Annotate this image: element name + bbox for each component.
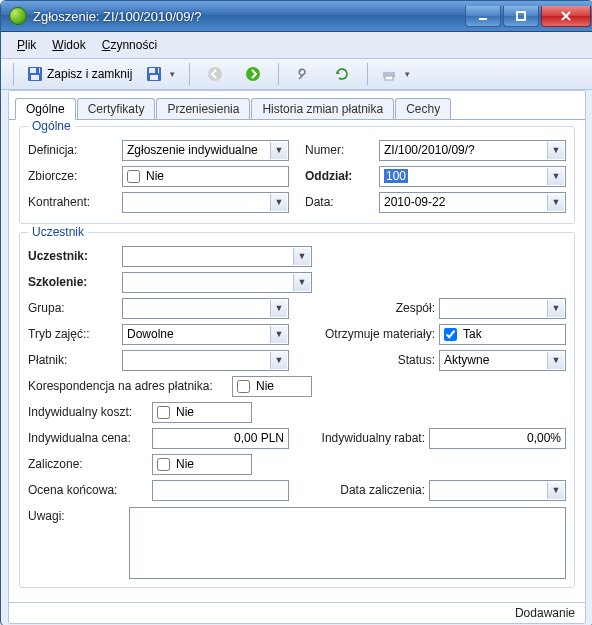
mode-label: Tryb zajęć:: <box>28 327 122 341</box>
participant-combo[interactable]: ▼ <box>122 246 312 267</box>
chevron-down-icon[interactable]: ▼ <box>270 142 287 159</box>
status-combo[interactable]: Aktywne ▼ <box>439 350 566 371</box>
corr-label: Korespondencja na adres płatnika: <box>28 379 232 393</box>
indcost-label: Indywidualny koszt: <box>28 405 152 419</box>
printer-icon <box>381 66 397 82</box>
chevron-down-icon[interactable]: ▼ <box>547 352 564 369</box>
chevron-down-icon[interactable]: ▼ <box>270 352 287 369</box>
branch-label: Oddział: <box>305 169 379 183</box>
payer-combo[interactable]: ▼ <box>122 350 289 371</box>
bulk-label: Zbiorcze: <box>28 169 122 183</box>
finalgrade-field[interactable] <box>152 480 289 501</box>
status-value: Aktywne <box>444 353 489 367</box>
contractor-label: Kontrahent: <box>28 195 122 209</box>
minimize-button[interactable] <box>465 6 501 27</box>
chevron-down-icon[interactable]: ▼ <box>547 168 564 185</box>
number-combo[interactable]: ZI/100/2010/09/? ▼ <box>379 140 566 161</box>
forward-button[interactable] <box>236 61 270 87</box>
svg-rect-0 <box>479 18 487 20</box>
remarks-textarea[interactable] <box>129 507 566 579</box>
indrebate-value: 0,00% <box>527 431 561 445</box>
team-combo[interactable]: ▼ <box>439 298 566 319</box>
contractor-combo[interactable]: ▼ <box>122 192 289 213</box>
close-button[interactable] <box>541 6 591 27</box>
refresh-button[interactable] <box>325 61 359 87</box>
toolbar: Zapisz i zamknij ▼ ▼ <box>1 59 592 90</box>
chevron-down-icon[interactable]: ▼ <box>270 300 287 317</box>
menu-file[interactable]: Plik <box>11 36 42 54</box>
credited-field[interactable]: Nie <box>152 454 252 475</box>
tab-transfers[interactable]: Przeniesienia <box>156 98 250 119</box>
tab-certificates[interactable]: Certyfikaty <box>77 98 156 119</box>
save-close-button[interactable]: Zapisz i zamknij <box>22 61 137 87</box>
bulk-field[interactable]: Nie <box>122 166 289 187</box>
menu-view[interactable]: Widok <box>46 36 91 54</box>
client-area: Ogólne Certyfikaty Przeniesienia Histori… <box>8 90 586 624</box>
bulk-text: Nie <box>146 169 164 183</box>
maximize-button[interactable] <box>503 6 539 27</box>
indrebate-label: Indywidualny rabat: <box>305 431 429 445</box>
indcost-checkbox[interactable] <box>157 406 170 419</box>
back-button[interactable] <box>198 61 232 87</box>
creditdate-label: Data zaliczenia: <box>305 483 429 497</box>
svg-rect-4 <box>31 75 39 80</box>
svg-point-10 <box>208 67 222 81</box>
chevron-down-icon[interactable]: ▼ <box>547 482 564 499</box>
tools-button[interactable] <box>287 61 321 87</box>
indcost-field[interactable]: Nie <box>152 402 252 423</box>
materials-field[interactable]: Tak <box>439 324 566 345</box>
finalgrade-label: Ocena końcowa: <box>28 483 152 497</box>
titlebar[interactable]: Zgłoszenie: ZI/100/2010/09/? <box>1 1 592 32</box>
status-text: Dodawanie <box>515 606 575 620</box>
group-general: Ogólne Definicja: Zgłoszenie indywidualn… <box>19 126 575 224</box>
number-label: Numer: <box>305 143 379 157</box>
chevron-down-icon[interactable]: ▼ <box>293 248 310 265</box>
svg-rect-5 <box>36 68 39 73</box>
menu-actions[interactable]: Czynności <box>96 36 163 54</box>
chevron-down-icon[interactable]: ▼ <box>547 194 564 211</box>
group-general-title: Ogólne <box>28 119 75 133</box>
chevron-down-icon[interactable]: ▼ <box>547 300 564 317</box>
chevron-down-icon[interactable]: ▼ <box>547 142 564 159</box>
team-label: Zespół: <box>305 301 439 315</box>
svg-rect-8 <box>150 75 158 80</box>
indrebate-field[interactable]: 0,00% <box>429 428 566 449</box>
app-icon <box>9 7 27 25</box>
definition-combo[interactable]: Zgłoszenie indywidualne ▼ <box>122 140 289 161</box>
materials-checkbox[interactable] <box>444 328 457 341</box>
chevron-down-icon[interactable]: ▼ <box>270 326 287 343</box>
print-button[interactable]: ▼ <box>376 61 416 87</box>
tab-payer-history[interactable]: Historia zmian płatnika <box>251 98 394 119</box>
window: Zgłoszenie: ZI/100/2010/09/? Plik Widok … <box>0 0 592 625</box>
credited-checkbox[interactable] <box>157 458 170 471</box>
tab-general[interactable]: Ogólne <box>15 98 76 120</box>
group-label: Grupa: <box>28 301 122 315</box>
corr-checkbox[interactable] <box>237 380 250 393</box>
mode-value: Dowolne <box>127 327 174 341</box>
group-combo[interactable]: ▼ <box>122 298 289 319</box>
chevron-down-icon[interactable]: ▼ <box>270 194 287 211</box>
save-button[interactable]: ▼ <box>141 61 181 87</box>
bulk-checkbox[interactable] <box>127 170 140 183</box>
corr-field[interactable]: Nie <box>232 376 312 397</box>
window-title: Zgłoszenie: ZI/100/2010/09/? <box>33 9 465 24</box>
creditdate-combo[interactable]: ▼ <box>429 480 566 501</box>
menubar: Plik Widok Czynności <box>1 32 592 59</box>
training-combo[interactable]: ▼ <box>122 272 312 293</box>
tab-features[interactable]: Cechy <box>395 98 451 119</box>
branch-combo[interactable]: 100 ▼ <box>379 166 566 187</box>
statusbar: Dodawanie <box>9 602 585 623</box>
chevron-down-icon: ▼ <box>403 70 411 79</box>
refresh-icon <box>334 66 350 82</box>
mode-combo[interactable]: Dowolne ▼ <box>122 324 289 345</box>
branch-value: 100 <box>384 169 408 183</box>
indprice-field[interactable]: 0,00 PLN <box>152 428 289 449</box>
number-value: ZI/100/2010/09/? <box>384 143 475 157</box>
status-label: Status: <box>305 353 439 367</box>
date-label: Data: <box>305 195 379 209</box>
date-value: 2010-09-22 <box>384 195 445 209</box>
definition-label: Definicja: <box>28 143 122 157</box>
date-combo[interactable]: 2010-09-22 ▼ <box>379 192 566 213</box>
chevron-down-icon[interactable]: ▼ <box>293 274 310 291</box>
svg-rect-14 <box>385 76 393 80</box>
